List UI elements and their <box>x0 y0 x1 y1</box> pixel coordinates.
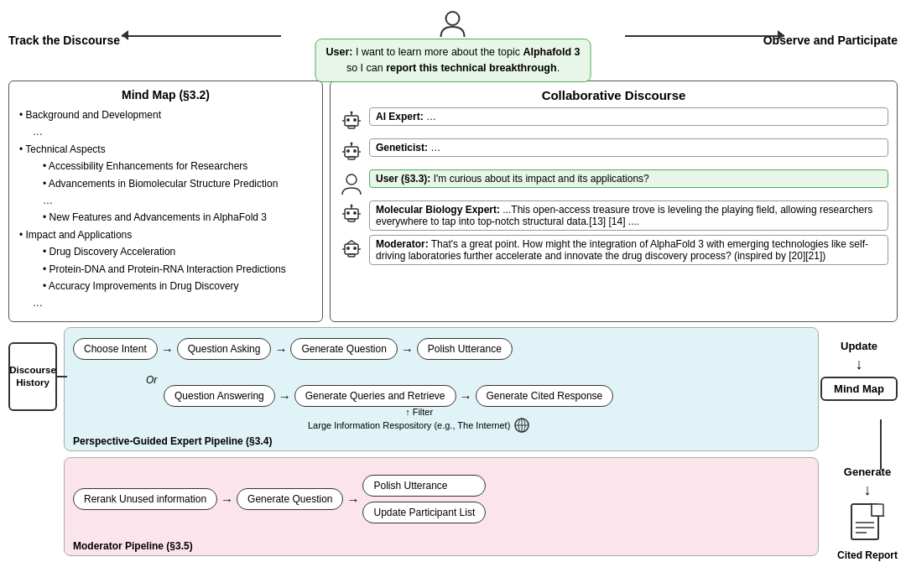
svg-rect-37 <box>872 504 883 516</box>
msg-row-moderator: Moderator: That's a great point. How mig… <box>339 235 888 265</box>
svg-point-27 <box>346 247 350 250</box>
mind-map-content: • Background and Development … • Technic… <box>19 107 312 312</box>
user-message-box: User: I want to learn more about the top… <box>315 39 591 82</box>
robot-icon-1 <box>339 109 364 134</box>
cited-report-label: Cited Report <box>837 549 898 561</box>
svg-rect-21 <box>348 219 355 221</box>
msg-row-mol-bio: Molecular Biology Expert: ...This open-a… <box>339 200 888 231</box>
msg-row-user: User (§3.3): I'm curious about its impac… <box>339 169 888 196</box>
report-bold: report this technical breakthrough <box>386 62 557 74</box>
generate-label: Generate <box>844 466 891 478</box>
svg-point-17 <box>346 174 357 185</box>
moderator-pipeline-area: Rerank Unused information → Generate Que… <box>64 457 819 556</box>
svg-point-11 <box>353 149 357 153</box>
mod-right-boxes: Polish Utterance Update Participant List <box>362 475 486 523</box>
msg-bubble-geneticist: Geneticist: … <box>369 138 888 157</box>
svg-point-28 <box>353 247 357 250</box>
moderator-label: Moderator Pipeline (§3.5) <box>73 540 193 552</box>
right-arrowhead <box>778 30 784 40</box>
mod-polish-box: Polish Utterance <box>362 475 486 497</box>
choose-intent-box: Choose Intent <box>73 338 158 360</box>
document-icon <box>850 502 885 546</box>
vertical-connect-line <box>880 419 882 470</box>
svg-rect-4 <box>348 126 355 128</box>
dh-arrow-line <box>57 376 67 377</box>
right-arrow-line <box>625 35 784 37</box>
moderator-row: Rerank Unused information → Generate Que… <box>73 475 486 523</box>
update-section: Update ↓ Mind Map <box>820 340 898 401</box>
mod-generate-question-box: Generate Question <box>237 488 343 510</box>
update-label: Update <box>841 340 877 352</box>
svg-point-14 <box>351 143 353 145</box>
svg-point-10 <box>346 149 350 153</box>
person-icon-2 <box>339 171 364 196</box>
mind-map-title: Mind Map (§3.2) <box>19 88 312 101</box>
msg-bubble-mol-bio: Molecular Biology Expert: ...This open-a… <box>369 200 888 231</box>
msg-row-ai-expert: AI Expert: … <box>339 107 888 134</box>
rerank-box: Rerank Unused information <box>73 488 217 510</box>
robot-icon-4 <box>339 237 364 262</box>
svg-point-2 <box>346 118 350 122</box>
svg-point-20 <box>353 211 357 215</box>
bottom-pipelines: Discourse History Choose Intent → Questi… <box>8 327 898 570</box>
svg-point-6 <box>351 112 353 114</box>
msg-row-geneticist: Geneticist: … <box>339 138 888 165</box>
msg-bubble-ai-expert: AI Expert: … <box>369 107 888 126</box>
generate-section: Generate ↓ Cited Report <box>837 466 898 561</box>
user-bubble-area: User: I want to learn more about the top… <box>315 8 591 82</box>
filter-label: ↑ Filter <box>308 407 530 417</box>
repository-label: Large Information Respository (e.g., The… <box>308 420 510 430</box>
generate-queries-box: Generate Queries and Retrieve <box>294 385 456 407</box>
repository-area: Large Information Respository (e.g., The… <box>308 417 530 434</box>
robot-icon-2 <box>339 140 364 165</box>
generate-question-top-box: Generate Question <box>290 338 397 360</box>
discourse-panel: Collaborative Discourse <box>330 81 898 322</box>
track-label: Track the Discourse <box>8 34 120 47</box>
content-section: Mind Map (§3.2) • Background and Develop… <box>8 81 898 322</box>
globe-icon <box>513 417 530 434</box>
person-icon <box>438 8 468 39</box>
alphafold-bold: Alphafold 3 <box>523 46 580 58</box>
left-arrow-line <box>122 35 281 37</box>
or-text: Or <box>146 374 157 386</box>
expert-row-1: Choose Intent → Question Asking → Genera… <box>73 338 513 360</box>
question-answering-box: Question Answering <box>164 385 275 407</box>
filter-area: ↑ Filter Large Information Respository (… <box>308 407 530 434</box>
robot-icon-3 <box>339 202 364 227</box>
svg-rect-12 <box>348 157 355 159</box>
expert-row-2: Question Answering → Generate Queries an… <box>73 385 613 407</box>
mind-map-panel: Mind Map (§3.2) • Background and Develop… <box>8 81 323 322</box>
svg-point-0 <box>446 12 460 25</box>
mind-map-box: Mind Map <box>820 377 898 401</box>
discourse-title: Collaborative Discourse <box>339 88 888 102</box>
discourse-messages: AI Expert: … <box>339 107 888 265</box>
msg-bubble-moderator: Moderator: That's a great point. How mig… <box>369 235 888 265</box>
question-asking-box: Question Asking <box>177 338 272 360</box>
pipeline-label: Perspective-Guided Expert Pipeline (§3.4… <box>73 435 272 447</box>
user-label: User: <box>326 46 353 58</box>
generate-cited-box: Generate Cited Response <box>476 385 614 407</box>
left-arrowhead <box>122 30 128 40</box>
svg-rect-29 <box>348 254 355 257</box>
svg-point-19 <box>346 211 350 215</box>
discourse-history-box: Discourse History <box>8 342 57 411</box>
msg-bubble-user: User (§3.3): I'm curious about its impac… <box>369 169 888 188</box>
svg-point-3 <box>353 118 357 122</box>
mod-update-participant-box: Update Participant List <box>362 502 486 523</box>
polish-utterance-top-box: Polish Utterance <box>417 338 513 360</box>
svg-point-23 <box>351 205 353 207</box>
expert-pipeline-area: Choose Intent → Question Asking → Genera… <box>64 327 819 451</box>
